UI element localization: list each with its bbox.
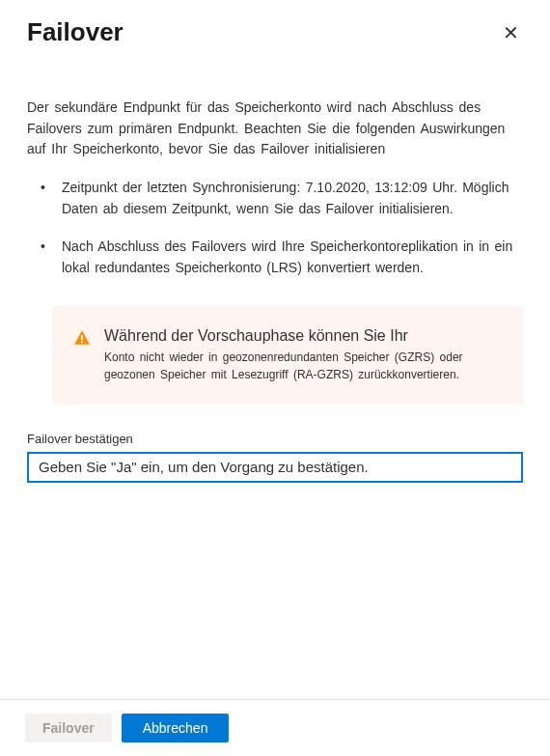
confirm-input[interactable]: [27, 452, 523, 483]
warning-banner: Während der Vorschauphase können Sie Ihr…: [52, 306, 523, 405]
warning-body: Konto nicht wieder in geozonenredundante…: [104, 349, 502, 383]
svg-rect-0: [81, 335, 83, 340]
cancel-button[interactable]: Abbrechen: [122, 714, 230, 742]
confirm-label: Failover bestätigen: [27, 432, 523, 446]
close-icon: ✕: [503, 22, 519, 43]
close-button[interactable]: ✕: [499, 19, 523, 46]
svg-rect-1: [81, 341, 83, 343]
dialog-footer: Failover Abbrechen: [0, 699, 550, 756]
confirm-section: Failover bestätigen: [27, 432, 523, 483]
list-item: Nach Abschluss des Failovers wird Ihre S…: [41, 237, 523, 278]
dialog-header: Failover ✕: [0, 0, 550, 59]
dialog-title: Failover: [27, 17, 124, 47]
warning-text: Während der Vorschauphase können Sie Ihr…: [104, 327, 502, 383]
intro-paragraph: Der sekundäre Endpunkt für das Speicherk…: [27, 98, 523, 160]
list-item: Zeitpunkt der letzten Synchronisierung: …: [41, 178, 523, 219]
warning-icon: [73, 329, 91, 347]
dialog-content: Der sekundäre Endpunkt für das Speicherk…: [0, 59, 550, 483]
failover-button[interactable]: Failover: [25, 714, 112, 742]
impact-list: Zeitpunkt der letzten Synchronisierung: …: [27, 178, 523, 279]
warning-title: Während der Vorschauphase können Sie Ihr: [104, 327, 502, 345]
